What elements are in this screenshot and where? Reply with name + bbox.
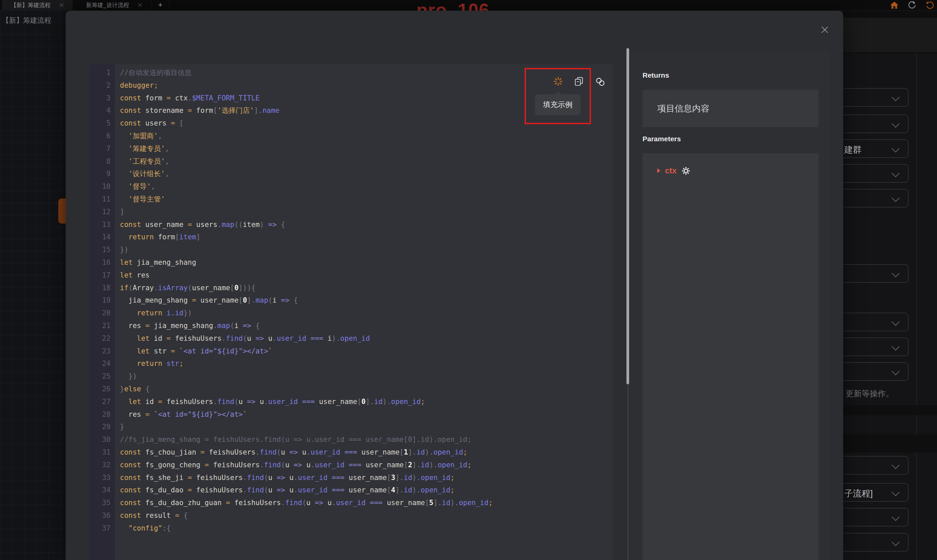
code-line: 15}) <box>89 244 613 256</box>
line-number: 29 <box>89 421 115 434</box>
code-line: 2debugger; <box>89 79 613 92</box>
line-number: 37 <box>89 522 115 535</box>
code-line: 24 return str; <box>89 357 613 370</box>
code-line: 18if(Array.isArray(user_name[0])){ <box>89 282 613 295</box>
flow-canvas: 【新】筹建流程 <box>0 10 67 560</box>
canvas-heading: 【新】筹建流程 <box>2 16 51 25</box>
line-number: 11 <box>89 193 115 206</box>
parameter-ctx-row[interactable]: ctx <box>657 166 690 175</box>
chevron-down-icon <box>891 513 900 521</box>
line-number: 24 <box>89 357 115 370</box>
line-number: 18 <box>89 282 115 295</box>
code-line: 33const fs_she_ji = feishuUsers.find(u =… <box>89 472 613 485</box>
code-line: 27 let id = feishuUsers.find(u => u.user… <box>89 395 613 408</box>
line-number: 16 <box>89 256 115 269</box>
code-line: 28 res = `<at id="${id}"></at>` <box>89 408 613 421</box>
line-number: 20 <box>89 307 115 320</box>
tooltip-label: 填充示例 <box>543 100 573 110</box>
line-number: 4 <box>89 105 115 117</box>
line-number: 30 <box>89 434 115 446</box>
code-line: 3const form = ctx.$META_FORM_TITLE <box>89 92 613 105</box>
tab-design-flow[interactable]: 新筹建_设计流程 <box>77 0 151 10</box>
code-line: 16let jia_meng_shang <box>89 256 613 269</box>
line-number: 3 <box>89 92 115 105</box>
line-number: 14 <box>89 231 115 244</box>
chevron-down-icon <box>891 367 900 375</box>
magic-sparkle-icon <box>553 76 563 86</box>
code-line: 12] <box>89 206 613 218</box>
chevron-down-icon <box>891 93 900 101</box>
scrollbar-thumb[interactable] <box>627 48 629 384</box>
code-line: 32const fs_gong_cheng = feishuUsers.find… <box>89 459 613 472</box>
refresh-icon[interactable] <box>908 1 917 9</box>
close-icon[interactable] <box>820 25 829 34</box>
tab-chou-jian-flow[interactable]: 【新】筹建流程 <box>2 0 73 10</box>
app-root: 【新】筹建流程 pro_106 建群子流程] 更新等操作。 【新】筹建流程 新筹… <box>0 0 937 560</box>
undo-icon[interactable] <box>925 1 934 9</box>
code-lines: 1//自动发送的项目信息2debugger;3const form = ctx.… <box>89 64 613 535</box>
code-line: 35const fs_du_dao_zhu_guan = feishuUsers… <box>89 497 613 509</box>
line-number: 36 <box>89 509 115 522</box>
line-number: 7 <box>89 143 115 155</box>
code-line: 29} <box>89 421 613 434</box>
line-number: 32 <box>89 459 115 472</box>
code-line: 17let res <box>89 269 613 282</box>
code-line: 30//fs_jia_meng_shang = feishuUsers.find… <box>89 434 613 446</box>
parameters-heading: Parameters <box>642 135 681 143</box>
line-number: 15 <box>89 244 115 256</box>
line-number: 12 <box>89 206 115 218</box>
right-panel-divider <box>916 53 917 560</box>
returns-heading: Returns <box>642 71 669 79</box>
code-line: 37 "config":{ <box>89 522 613 535</box>
chevron-down-icon <box>891 120 900 128</box>
top-right-actions <box>890 1 934 9</box>
code-editor[interactable]: 1//自动发送的项目信息2debugger;3const form = ctx.… <box>89 64 613 560</box>
gear-icon[interactable] <box>681 166 690 175</box>
tab-close-icon[interactable] <box>138 3 142 8</box>
line-number: 1 <box>89 67 115 79</box>
code-line: 13const user_name = users.map((item) => … <box>89 218 613 231</box>
tab-label: 【新】筹建流程 <box>11 2 51 9</box>
line-number: 27 <box>89 395 115 408</box>
dropdown-value: 子流程] <box>844 488 873 499</box>
line-number: 26 <box>89 383 115 395</box>
line-number: 6 <box>89 130 115 143</box>
line-number: 5 <box>89 117 115 130</box>
add-tab-button[interactable]: + <box>151 0 169 10</box>
right-panel-header-band <box>843 18 937 53</box>
line-number: 22 <box>89 332 115 345</box>
line-number: 13 <box>89 218 115 231</box>
expand-triangle-icon[interactable] <box>657 168 660 173</box>
tab-close-icon[interactable] <box>59 3 64 8</box>
line-number: 21 <box>89 320 115 332</box>
fill-example-button[interactable] <box>553 76 563 86</box>
chevron-down-icon <box>891 269 900 277</box>
chevron-down-icon <box>891 169 900 177</box>
line-number: 25 <box>89 370 115 383</box>
returns-box: 项目信息内容 <box>642 90 818 127</box>
line-number: 9 <box>89 168 115 180</box>
copy-button[interactable] <box>574 76 584 86</box>
line-number: 23 <box>89 345 115 358</box>
line-number: 33 <box>89 472 115 485</box>
dropdown-value: 建群 <box>844 144 861 155</box>
chevron-down-icon <box>891 488 900 496</box>
code-line: 8 '工程专员', <box>89 155 613 168</box>
code-line: 1//自动发送的项目信息 <box>89 67 613 79</box>
right-form-note: 更新等操作。 <box>846 388 894 399</box>
chevron-down-icon <box>891 144 900 152</box>
code-line: 20 return i.id}) <box>89 307 613 320</box>
tooltip-arrow <box>556 91 562 94</box>
parameters-box: ctx <box>642 153 818 560</box>
code-editor-modal: 1//自动发送的项目信息2debugger;3const form = ctx.… <box>66 11 843 560</box>
right-panel-band <box>843 11 937 18</box>
line-number: 10 <box>89 180 115 193</box>
code-line: 25 }) <box>89 370 613 383</box>
right-panel-separator <box>843 434 937 452</box>
line-number: 34 <box>89 484 115 497</box>
link-button[interactable] <box>595 77 605 87</box>
home-icon[interactable] <box>890 1 899 9</box>
returns-value: 项目信息内容 <box>642 103 710 114</box>
line-number: 8 <box>89 155 115 168</box>
line-number: 35 <box>89 497 115 509</box>
